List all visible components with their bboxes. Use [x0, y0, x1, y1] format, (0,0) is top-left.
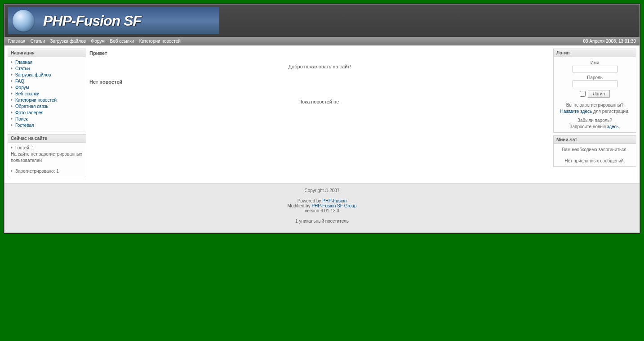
logo-text: PHP-Fusion SF [43, 13, 141, 29]
username-input[interactable] [573, 66, 617, 72]
nonews-heading: Нет новостей [89, 77, 550, 86]
online-panel-title: Сейчас на сайте [8, 135, 86, 143]
nav-guestbook[interactable]: Гостевая [11, 122, 83, 129]
bullet-icon [11, 124, 13, 126]
visitor-counter: 1 уникальный посетитель [4, 219, 640, 224]
nav-search[interactable]: Поиск [11, 116, 83, 122]
minichat-title: Мини-чат [554, 136, 636, 144]
bullet-icon [11, 146, 13, 149]
inner-frame: PHP-Fusion SF Главная· Статьи· Загрузка … [4, 4, 640, 233]
site-logo[interactable]: PHP-Fusion SF [8, 7, 219, 34]
online-panel-body: Гостей: 1 На сайте нет зарегистрированны… [8, 143, 86, 177]
nonews-text: Пока новостей нет [89, 86, 550, 112]
left-column: Навигация Главная Статьи Загрузка файлов… [8, 49, 86, 180]
main-body: Навигация Главная Статьи Загрузка файлов… [4, 45, 640, 183]
datetime: 03 Апреля 2008, 13:01:30 [583, 39, 636, 44]
bullet-icon [11, 92, 13, 95]
no-users-text: На сайте нет зарегистрированных пользова… [11, 151, 83, 164]
copyright: Copyright © 2007 [4, 188, 640, 193]
login-panel-title: Логин [554, 49, 636, 57]
password-label: Пароль [556, 75, 633, 80]
lostpass-link[interactable]: здесь [607, 124, 619, 129]
nav-weblinks[interactable]: Веб ссылки [11, 91, 83, 97]
outer-frame: PHP-Fusion SF Главная· Статьи· Загрузка … [4, 4, 640, 233]
minichat-login-msg: Вам необходимо залогиниться. [556, 146, 633, 153]
nav-downloads[interactable]: Загрузка файлов [11, 72, 83, 78]
bullet-icon [11, 86, 13, 89]
bullet-icon [11, 111, 13, 114]
minichat-body: Вам необходимо залогиниться. Нет прислан… [554, 144, 636, 166]
topnav-newscat[interactable]: Категории новостей [139, 39, 181, 44]
nav-home[interactable]: Главная [11, 59, 83, 66]
powered-by: Powered by PHP-Fusion [4, 198, 640, 203]
center-column: Привет Добро пожаловать на сайт! Нет нов… [89, 49, 550, 112]
bullet-icon [11, 99, 13, 101]
nav-panel-body: Главная Статьи Загрузка файлов FAQ Форум… [8, 57, 86, 131]
bullet-icon [11, 73, 13, 76]
bullet-icon [11, 117, 13, 120]
minichat-panel: Мини-чат Вам необходимо залогиниться. Не… [553, 135, 636, 167]
sfgroup-link[interactable]: PHP-Fusion SF Group [311, 203, 356, 208]
version: version 6.01.13.3 [4, 208, 640, 213]
minichat-nomsg: Нет присланных сообщений. [556, 157, 633, 164]
nav-articles[interactable]: Статьи [11, 66, 83, 72]
login-button[interactable]: Логин [588, 90, 610, 98]
registered-count: Зарегистрировано: 1 [11, 168, 83, 175]
modified-by: Modified by PHP-Fusion SF Group [4, 203, 640, 208]
guests-count: Гостей: 1 [11, 145, 83, 151]
username-label: Имя [556, 60, 633, 65]
header: PHP-Fusion SF [4, 4, 640, 37]
topnav-forum[interactable]: Форум [91, 39, 105, 44]
topnav-articles[interactable]: Статьи [31, 39, 45, 44]
nav-newscat[interactable]: Категории новостей [11, 97, 83, 103]
register-prompt: Вы не зарегистрированны? Нажмите здесь д… [556, 102, 633, 115]
phpfusion-link[interactable]: PHP-Fusion [322, 198, 346, 203]
nav-panel: Навигация Главная Статьи Загрузка файлов… [8, 49, 86, 131]
bullet-icon [11, 105, 13, 108]
login-form: Имя Пароль Логин Вы не зарегистрированны… [554, 57, 636, 132]
bullet-icon [11, 61, 13, 63]
bullet-icon [11, 67, 13, 70]
subheader: Главная· Статьи· Загрузка файлов· Форум·… [4, 37, 640, 45]
welcome-text: Добро пожаловать на сайт! [89, 58, 550, 77]
globe-icon [13, 10, 34, 31]
online-panel: Сейчас на сайте Гостей: 1 На сайте нет з… [8, 134, 86, 177]
remember-checkbox[interactable] [580, 91, 586, 97]
forgot-prompt: Забыли пароль? Запросите новый здесь. [556, 117, 633, 130]
bullet-icon [11, 80, 13, 82]
welcome-heading: Привет [89, 49, 550, 58]
nav-panel-title: Навигация [8, 49, 86, 57]
bullet-icon [11, 170, 13, 172]
register-link[interactable]: Нажмите здесь [560, 109, 592, 114]
nav-contact[interactable]: Обратная связь [11, 103, 83, 110]
login-panel: Логин Имя Пароль Логин Вы не зарегистрир… [553, 49, 636, 133]
topnav-downloads[interactable]: Загрузка файлов [50, 39, 86, 44]
topnav-weblinks[interactable]: Веб ссылки [110, 39, 134, 44]
password-input[interactable] [573, 81, 617, 87]
topnav-home[interactable]: Главная [8, 39, 25, 44]
nav-gallery[interactable]: Фото галерея [11, 110, 83, 116]
nav-faq[interactable]: FAQ [11, 78, 83, 85]
footer: Copyright © 2007 Powered by PHP-Fusion M… [4, 183, 640, 233]
top-nav: Главная· Статьи· Загрузка файлов· Форум·… [8, 39, 181, 44]
nav-forum[interactable]: Форум [11, 85, 83, 91]
right-column: Логин Имя Пароль Логин Вы не зарегистрир… [553, 49, 636, 170]
